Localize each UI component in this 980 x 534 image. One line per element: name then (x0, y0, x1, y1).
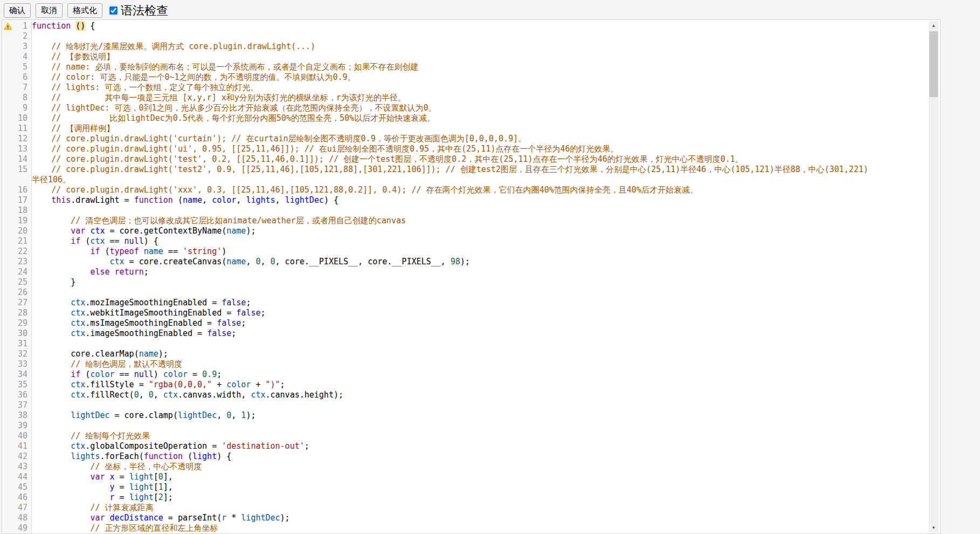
code-text[interactable]: // 比如lightDec为0.5代表，每个灯光部分内圈50%的范围全亮，50%… (32, 113, 870, 124)
code-text[interactable]: if (typeof name == 'string') (32, 247, 870, 257)
code-line: 4 // 【参数说明】 (2, 52, 870, 62)
line-gutter: 29 (2, 318, 32, 328)
code-text[interactable]: // core.plugin.drawLight('test', 0.2, [[… (32, 154, 870, 165)
code-text[interactable]: // core.plugin.drawLight('ui', 0.95, [[2… (32, 144, 870, 154)
code-text[interactable]: // core.plugin.drawLight('curtain'); // … (32, 134, 870, 144)
code-text[interactable] (32, 339, 870, 349)
line-gutter: 23 (2, 257, 32, 267)
code-text[interactable]: ctx.fillRect(0, 0, ctx.canvas.width, ctx… (32, 390, 870, 400)
format-button[interactable]: 格式化 (67, 3, 102, 18)
code-line: 16 // core.plugin.drawLight('xxx', 0.3, … (2, 185, 870, 195)
code-text[interactable]: // core.plugin.drawLight('test2', 0.9, [… (32, 165, 870, 185)
line-gutter: 2 (2, 31, 32, 42)
code-text[interactable]: // lights: 可选，一个数组，定义了每个独立的灯光。 (32, 83, 870, 93)
code-text[interactable]: // name: 必填，要绘制到的画布名；可以是一个系统画布，或者是个自定义画布… (32, 62, 870, 72)
code-text[interactable]: else return; (32, 267, 870, 277)
code-text[interactable]: // core.plugin.drawLight('xxx', 0.3, [[2… (32, 185, 870, 195)
code-line: 41 ctx.globalCompositeOperation = 'desti… (2, 441, 870, 451)
line-number: 38 (18, 410, 27, 420)
code-text[interactable]: // 绘制灯光/漆黑层效果。调用方式 core.plugin.drawLight… (32, 42, 870, 52)
code-text[interactable]: function () { (32, 21, 870, 31)
code-line: 14 // core.plugin.drawLight('test', 0.2,… (2, 154, 870, 165)
code-line: 10 // 比如lightDec为0.5代表，每个灯光部分内圈50%的范围全亮，… (2, 113, 870, 124)
code-text[interactable] (32, 206, 870, 216)
code-text[interactable]: lights.forEach(function (light) { (32, 451, 870, 462)
code-text[interactable]: ctx.webkitImageSmoothingEnabled = false; (32, 308, 870, 318)
line-number: 26 (18, 287, 27, 297)
line-gutter: 37 (2, 400, 32, 410)
code-text[interactable]: r = light[2]; (32, 492, 870, 503)
code-line: 39 (2, 421, 870, 431)
line-gutter: 40 (2, 431, 32, 441)
scrollbar-thumb[interactable] (929, 31, 938, 97)
code-line: 6 // color: 可选，只能是一个0~1之间的数，为不透明度的值。不填则默… (2, 72, 870, 83)
code-text[interactable]: ctx = core.createCanvas(name, 0, 0, core… (32, 257, 870, 267)
line-number: 3 (23, 42, 27, 51)
code-text[interactable] (32, 400, 870, 410)
code-text[interactable]: // 【参数说明】 (32, 52, 870, 62)
line-number: 8 (23, 93, 27, 102)
code-text[interactable]: if (color == null) color = 0.9; (32, 369, 870, 380)
code-text[interactable]: // color: 可选，只能是一个0~1之间的数，为不透明度的值。不填则默认为… (32, 72, 870, 83)
line-gutter: 24 (2, 267, 32, 277)
code-text[interactable]: if (ctx == null) { (32, 236, 870, 247)
line-number: 9 (23, 103, 27, 113)
line-gutter: 49 (2, 523, 32, 533)
code-text[interactable]: ctx.fillStyle = "rgba(0,0,0," + color + … (32, 380, 870, 390)
code-text[interactable]: lightDec = core.clamp(lightDec, 0, 1); (32, 410, 870, 421)
code-text[interactable]: // 绘制每个灯光效果 (32, 431, 870, 441)
line-gutter: 5 (2, 62, 32, 72)
code-text[interactable]: // 清空色调层；也可以修改成其它层比如animate/weather层，或者用… (32, 216, 870, 226)
code-text[interactable]: this.drawLight = function (name, color, … (32, 195, 870, 206)
line-number: 7 (23, 83, 27, 92)
code-text[interactable]: var ctx = core.getContextByName(name); (32, 226, 870, 236)
line-gutter: 27 (2, 298, 32, 308)
cancel-button[interactable]: 取消 (36, 3, 63, 18)
line-gutter: 33 (2, 359, 32, 369)
code-line: 40 // 绘制每个灯光效果 (2, 431, 870, 441)
code-line: 43 // 坐标，半径，中心不透明度 (2, 462, 870, 472)
code-text[interactable]: y = light[1], (32, 482, 870, 492)
confirm-button[interactable]: 确认 (4, 3, 31, 18)
code-line: 35 ctx.fillStyle = "rgba(0,0,0," + color… (2, 380, 870, 390)
code-text[interactable] (32, 31, 870, 42)
code-text[interactable]: // 正方形区域的直径和左上角坐标 (32, 523, 870, 533)
code-text[interactable]: // 【调用样例】 (32, 124, 870, 134)
line-number: 21 (18, 236, 27, 246)
code-line: 34 if (color == null) color = 0.9; (2, 369, 870, 380)
line-gutter: 3 (2, 42, 32, 52)
code-text[interactable] (32, 287, 870, 298)
line-number: 32 (18, 349, 27, 359)
line-number: 41 (18, 441, 27, 451)
code-text[interactable] (32, 421, 870, 431)
code-text[interactable]: var decDistance = parseInt(r * lightDec)… (32, 513, 870, 523)
line-number: 49 (18, 523, 27, 533)
code-line: 49 // 正方形区域的直径和左上角坐标 (2, 523, 870, 533)
syntax-check-checkbox[interactable] (109, 6, 118, 15)
code-text[interactable]: } (32, 277, 870, 287)
scroll-up-icon[interactable]: ▲ (929, 21, 938, 30)
scroll-down-icon[interactable]: ▼ (929, 523, 938, 532)
code-line: 9 // lightDec: 可选，0到1之间，光从多少百分比才开始衰减（在此范… (2, 103, 870, 113)
code-line: 3 // 绘制灯光/漆黑层效果。调用方式 core.plugin.drawLig… (2, 42, 870, 52)
code-text[interactable]: var x = light[0], (32, 472, 870, 482)
code-text[interactable]: // lightDec: 可选，0到1之间，光从多少百分比才开始衰减（在此范围内… (32, 103, 870, 113)
code-line: 27 ctx.mozImageSmoothingEnabled = false; (2, 298, 870, 308)
code-lines[interactable]: !1function () {23 // 绘制灯光/漆黑层效果。调用方式 cor… (2, 21, 870, 533)
code-text[interactable]: // 坐标，半径，中心不透明度 (32, 462, 870, 472)
code-text[interactable]: // 绘制色调层，默认不透明度 (32, 359, 870, 369)
code-editor[interactable]: !1function () {23 // 绘制灯光/漆黑层效果。调用方式 cor… (2, 19, 941, 534)
code-text[interactable]: // 其中每一项是三元组 [x,y,r] x和y分别为该灯光的横纵坐标，r为该灯… (32, 93, 870, 103)
code-text[interactable]: ctx.globalCompositeOperation = 'destinat… (32, 441, 870, 451)
syntax-check-group: 语法检查 (109, 3, 168, 19)
code-line: 38 lightDec = core.clamp(lightDec, 0, 1)… (2, 410, 870, 421)
code-line: 24 else return; (2, 267, 870, 277)
code-text[interactable]: core.clearMap(name); (32, 349, 870, 359)
code-text[interactable]: ctx.msImageSmoothingEnabled = false; (32, 318, 870, 328)
code-text[interactable]: // 计算衰减距离 (32, 503, 870, 513)
line-number: 34 (18, 369, 27, 379)
code-text[interactable]: ctx.imageSmoothingEnabled = false; (32, 328, 870, 339)
svg-text:!: ! (6, 24, 10, 30)
vertical-scrollbar[interactable]: ▲ ▼ (929, 21, 938, 532)
code-text[interactable]: ctx.mozImageSmoothingEnabled = false; (32, 298, 870, 308)
